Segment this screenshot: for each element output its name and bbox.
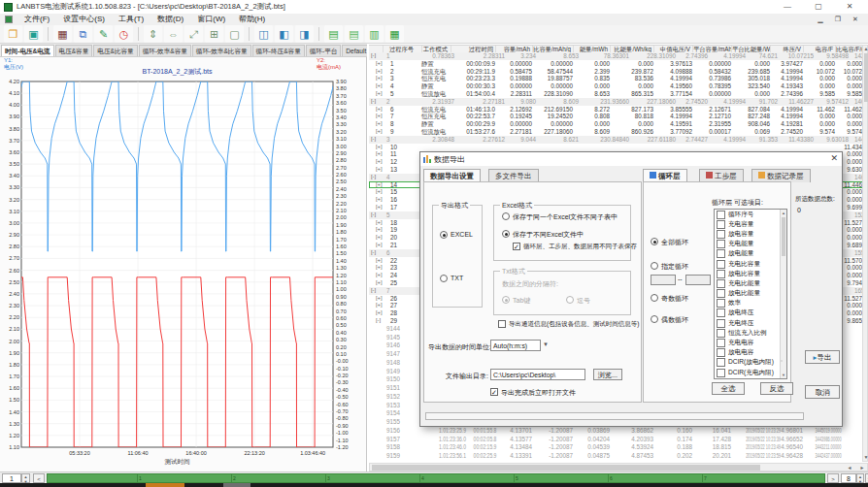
- checkbox-open-after-export-label[interactable]: 导出完成后立即打开文件: [501, 388, 576, 398]
- radio-all-cycles-label[interactable]: 全部循环: [661, 238, 688, 247]
- collapse-icon[interactable]: [-]: [371, 136, 383, 144]
- toolbar-alarm-button[interactable]: ◷: [115, 25, 133, 43]
- menu-item-数据D[interactable]: 数据(D): [150, 14, 190, 25]
- table-row[interactable]: 91581.01:23:46.000:02:15.94.13484-1.2008…: [369, 443, 862, 452]
- minimize-button[interactable]: —: [777, 1, 798, 13]
- maximize-button[interactable]: ▢: [808, 1, 829, 13]
- table-row[interactable]: [+]3恒压充电00:23:23.30.1988819.887570.83583…: [369, 75, 862, 82]
- item-checkbox[interactable]: [717, 249, 725, 258]
- expand-icon[interactable]: [+]: [376, 120, 387, 128]
- radio-different-excel-file-label[interactable]: 保存于不同Excel文件中: [513, 230, 584, 240]
- close-button[interactable]: ✕: [839, 1, 860, 13]
- radio-odd-cycles-label[interactable]: 奇数循环: [661, 294, 688, 304]
- checkbox-channel-info-label[interactable]: 导出通道信息(包括设备信息、测试时间信息等): [509, 320, 639, 329]
- table-horizontal-scrollbar[interactable]: ◄ ►: [369, 463, 868, 471]
- radio-tab-key-label[interactable]: Tab键: [513, 296, 530, 306]
- menu-item-帮助H[interactable]: 帮助(H): [232, 14, 272, 25]
- cycle-item[interactable]: 充电能量: [715, 240, 786, 249]
- cancel-button[interactable]: 取消: [805, 385, 840, 399]
- collapse-icon[interactable]: [-]: [371, 174, 383, 181]
- table-row[interactable]: [+]7恒压充电00:22:53.70.1924519.245200.80880…: [369, 113, 862, 120]
- toolbar-column-view-button[interactable]: ▥: [365, 25, 384, 43]
- cycle-item[interactable]: 充电比能量: [715, 278, 786, 288]
- toolbar-zoom-box-button[interactable]: ⊞: [205, 25, 223, 43]
- expand-icon[interactable]: [+]: [376, 128, 387, 136]
- toolbar-save-button[interactable]: ▣: [24, 25, 43, 43]
- table-row[interactable]: [+]1011.434: [369, 144, 862, 151]
- next-page-button[interactable]: >: [827, 473, 839, 483]
- collapse-icon[interactable]: [-]: [371, 211, 383, 219]
- radio-comma[interactable]: [566, 296, 574, 304]
- cycle-item[interactable]: 循环序号: [715, 210, 786, 219]
- expand-icon[interactable]: [+]: [376, 295, 387, 303]
- item-checkbox[interactable]: [717, 348, 725, 357]
- cycle-item[interactable]: DCIR(充电内阻): [715, 368, 786, 377]
- cycle-range-end-input[interactable]: [685, 275, 711, 285]
- table-row[interactable]: [+]2恒流充电00:29:11.90.5847558.475442.39923…: [369, 68, 862, 76]
- toolbar-split-vertical-button[interactable]: ◫: [254, 25, 273, 43]
- radio-even-cycles-label[interactable]: 偶数循环: [661, 315, 688, 325]
- toolbar-export-image-button[interactable]: ▦: [53, 25, 72, 43]
- cycle-item[interactable]: DCIR(放电内阻): [715, 358, 786, 368]
- item-checkbox[interactable]: [717, 299, 725, 308]
- tab-cycle-layer[interactable]: 循环层: [643, 169, 687, 182]
- collapse-icon[interactable]: [-]: [376, 317, 387, 325]
- table-row[interactable]: 91591.01:23:56.100:02:25.94.13391-1.2008…: [369, 452, 862, 461]
- select-all-button[interactable]: 全选: [712, 382, 745, 395]
- dialog-close-icon[interactable]: ✕: [830, 153, 838, 163]
- expand-icon[interactable]: [+]: [376, 75, 387, 82]
- table-row[interactable]: 91561.01:23:25.900:01:55.84.13701-1.2008…: [369, 427, 862, 436]
- expand-icon[interactable]: [+]: [376, 181, 387, 189]
- cycle-item[interactable]: 充电比容量: [715, 259, 786, 269]
- right-page-input[interactable]: 8: [841, 473, 856, 483]
- item-checkbox[interactable]: [717, 308, 725, 317]
- waveform-chart[interactable]: Y1:电压(V)Y2:电流(mA)BT-2018A_2_2测试.bts4.204…: [0, 56, 367, 471]
- table-row[interactable]: [+]6恒流充电01:46:13.02.12692212.691508.2728…: [369, 106, 862, 114]
- scroll-right-icon[interactable]: ►: [856, 465, 868, 471]
- radio-excel[interactable]: [440, 231, 448, 239]
- item-checkbox[interactable]: [717, 289, 725, 298]
- cycle-item[interactable]: 放电比能量: [715, 289, 786, 299]
- chevron-down-icon[interactable]: ▼: [543, 341, 549, 347]
- item-checkbox[interactable]: [717, 270, 725, 278]
- expand-icon[interactable]: [+]: [376, 188, 387, 196]
- scroll-down-icon[interactable]: ▼: [863, 454, 868, 461]
- tab-record-layer[interactable]: 数据记录层: [751, 169, 811, 182]
- expand-icon[interactable]: [+]: [376, 158, 387, 166]
- toolbar-list-view-button[interactable]: ▤: [324, 25, 343, 43]
- right-page-stepper[interactable]: ▲▼: [856, 473, 864, 483]
- menu-item-工具T[interactable]: 工具(T): [112, 14, 150, 25]
- cycle-item[interactable]: 放电终压: [715, 308, 786, 318]
- toolbar-edit-chart-button[interactable]: ✎: [94, 25, 113, 43]
- toolbar-list-detail-view-button[interactable]: ▤: [345, 25, 363, 43]
- expand-icon[interactable]: [+]: [376, 150, 387, 158]
- invert-selection-button[interactable]: 反选: [760, 382, 793, 395]
- expand-icon[interactable]: [+]: [376, 166, 387, 174]
- table-row[interactable]: [-]32.308482.276129.0448.621230.84840227…: [369, 136, 862, 144]
- table-row[interactable]: [+]1静置00:00:09.90.000000.000000.0000.000…: [369, 60, 862, 68]
- toolbar-split-left-button[interactable]: ◧: [275, 25, 293, 43]
- item-checkbox[interactable]: [717, 240, 725, 248]
- mdi-minimize-button[interactable]: ▁: [814, 15, 827, 24]
- toolbar-copy-button[interactable]: ⧉: [74, 25, 92, 43]
- table-row[interactable]: [-]22.319372.271819.0808.609231.93660227…: [369, 98, 862, 106]
- cycle-item[interactable]: 充电电容: [715, 338, 786, 347]
- expand-icon[interactable]: [+]: [376, 219, 387, 227]
- collapse-icon[interactable]: [-]: [371, 249, 383, 257]
- item-checkbox[interactable]: [717, 329, 725, 338]
- radio-tab-key[interactable]: [502, 296, 510, 304]
- chart-tab-7[interactable]: Default: [342, 45, 370, 56]
- expand-icon[interactable]: [+]: [376, 279, 387, 287]
- radio-txt[interactable]: [440, 275, 448, 282]
- chart-tab-2[interactable]: 电压&比容量: [93, 45, 137, 56]
- table-row[interactable]: [+]8静置00:00:29.90.000000.000000.0000.000…: [369, 120, 862, 128]
- radio-all-cycles[interactable]: [651, 238, 658, 245]
- table-vertical-scrollbar[interactable]: ▲ ▼: [862, 45, 868, 462]
- item-checkbox[interactable]: [717, 369, 725, 377]
- scroll-up-icon[interactable]: ▲: [863, 46, 868, 52]
- expand-icon[interactable]: [+]: [376, 196, 387, 204]
- cycle-item[interactable]: 效率: [715, 299, 786, 308]
- toolbar-split-right-button[interactable]: ◨: [295, 25, 314, 43]
- expand-icon[interactable]: [+]: [376, 90, 387, 98]
- mdi-restore-button[interactable]: ❐: [831, 15, 845, 24]
